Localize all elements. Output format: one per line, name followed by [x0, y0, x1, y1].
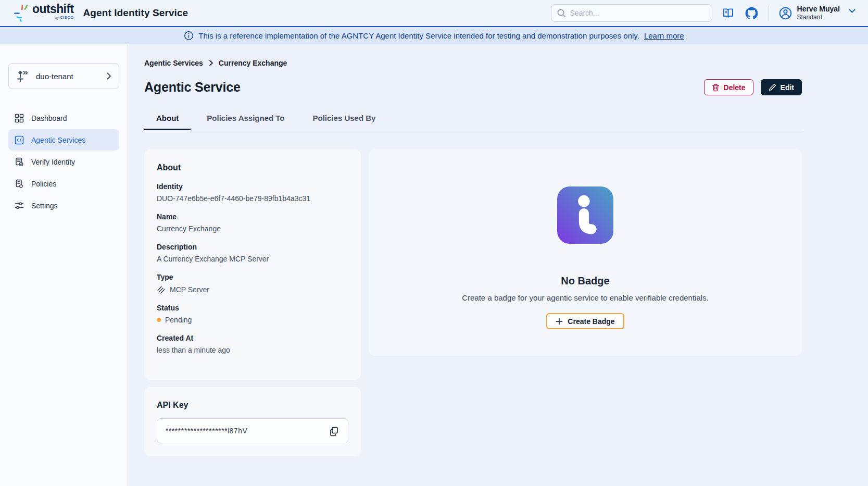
- chevron-down-icon: [849, 9, 856, 14]
- delete-button[interactable]: Delete: [704, 79, 753, 95]
- dashboard-icon: [15, 114, 24, 123]
- page-title: Agentic Service: [144, 80, 241, 95]
- badge-card: No Badge Create a badge for your agentic…: [369, 149, 802, 356]
- edit-button[interactable]: Edit: [761, 79, 802, 95]
- sidebar-item-label: Agentic Services: [31, 136, 85, 144]
- sidebar-item-settings[interactable]: Settings: [8, 195, 119, 216]
- book-icon: [722, 7, 735, 20]
- user-menu[interactable]: Herve Muyal Standard: [778, 5, 856, 22]
- sidebar-item-label: Settings: [31, 202, 58, 210]
- sidebar-item-policies[interactable]: Policies: [8, 173, 119, 194]
- trash-icon: [712, 83, 720, 92]
- app-header: outshift by CISCO Agent Identity Service: [0, 0, 868, 27]
- sidebar-item-verify-identity[interactable]: Verify Identity: [8, 151, 119, 172]
- tab-bar: About Policies Assigned To Policies Used…: [144, 109, 802, 130]
- info-banner: This is a reference implementation of th…: [0, 27, 868, 44]
- api-key-card: API Key: [144, 387, 361, 456]
- outshift-burst-icon: [14, 3, 31, 23]
- agentic-services-icon: [15, 135, 24, 145]
- sidebar-item-label: Verify Identity: [31, 158, 75, 166]
- chevron-right-icon: [107, 72, 111, 80]
- breadcrumb-current: Currency Exchange: [219, 59, 287, 67]
- breadcrumb-chevron-icon: [208, 60, 213, 66]
- status-badge: Pending: [165, 316, 192, 324]
- badge-identity-icon: [557, 186, 613, 244]
- verify-identity-icon: [15, 157, 24, 167]
- tab-about[interactable]: About: [144, 109, 191, 130]
- github-button[interactable]: [744, 6, 759, 21]
- about-card: About Identity DUO-747e6b5e-e6f7-4460-be…: [144, 149, 361, 380]
- field-identity: Identity DUO-747e6b5e-e6f7-4460-be79-89f…: [157, 182, 348, 203]
- search-box[interactable]: [551, 4, 712, 22]
- pencil-icon: [769, 83, 776, 91]
- plus-icon: [556, 318, 563, 325]
- tenant-icon: [16, 69, 30, 83]
- header-divider: [769, 5, 769, 21]
- identity-i-glyph: [572, 193, 599, 237]
- user-role: Standard: [797, 14, 840, 21]
- app-title: Agent Identity Service: [83, 7, 188, 19]
- copy-icon: [329, 426, 339, 437]
- mcp-icon: [157, 285, 166, 294]
- avatar-icon: [778, 6, 792, 20]
- breadcrumb-agentic-services[interactable]: Agentic Services: [144, 59, 203, 67]
- sidebar-item-label: Dashboard: [31, 114, 67, 122]
- tab-policies-used-by[interactable]: Policies Used By: [301, 109, 388, 130]
- settings-icon: [15, 201, 24, 210]
- outshift-byline: by CISCO: [54, 16, 73, 20]
- github-icon: [745, 7, 758, 20]
- sidebar-item-dashboard[interactable]: Dashboard: [8, 107, 119, 129]
- badge-description: Create a badge for your agentic service …: [462, 293, 709, 302]
- field-type: Type MCP Server: [157, 273, 348, 294]
- copy-api-key-button[interactable]: [328, 425, 341, 438]
- field-description: Description A Currency Exchange MCP Serv…: [157, 243, 348, 263]
- policies-icon: [15, 179, 24, 189]
- sidebar: duo-tenant Dashboard: [0, 44, 128, 486]
- sidebar-item-label: Policies: [31, 180, 56, 188]
- outshift-wordmark: outshift: [32, 3, 74, 15]
- docs-button[interactable]: [721, 6, 736, 21]
- no-badge-title: No Badge: [561, 275, 609, 287]
- field-status: Status Pending: [157, 304, 348, 324]
- api-key-box: [157, 418, 348, 443]
- info-icon: [184, 31, 194, 41]
- api-key-value[interactable]: [166, 427, 328, 435]
- banner-text: This is a reference implementation of th…: [198, 31, 639, 40]
- about-card-title: About: [157, 163, 348, 172]
- breadcrumb: Agentic Services Currency Exchange: [144, 59, 802, 67]
- outshift-logo[interactable]: outshift by CISCO: [14, 3, 74, 23]
- tab-policies-assigned-to[interactable]: Policies Assigned To: [195, 109, 296, 130]
- sidebar-nav: Dashboard Agentic Services Verify Identi…: [0, 107, 128, 216]
- field-name: Name Currency Exchange: [157, 213, 348, 233]
- status-pending-dot: [157, 318, 161, 322]
- search-icon: [557, 8, 566, 18]
- api-key-card-title: API Key: [157, 401, 348, 410]
- main-content: Agentic Services Currency Exchange Agent…: [128, 44, 868, 486]
- user-name: Herve Muyal: [797, 5, 840, 14]
- create-badge-button[interactable]: Create Badge: [546, 313, 624, 329]
- tenant-name: duo-tenant: [36, 72, 100, 81]
- search-input[interactable]: [570, 9, 707, 17]
- learn-more-link[interactable]: Learn more: [644, 31, 684, 40]
- sidebar-item-agentic-services[interactable]: Agentic Services: [8, 129, 119, 151]
- tenant-selector[interactable]: duo-tenant: [8, 63, 119, 89]
- field-created-at: Created At less than a minute ago: [157, 334, 348, 354]
